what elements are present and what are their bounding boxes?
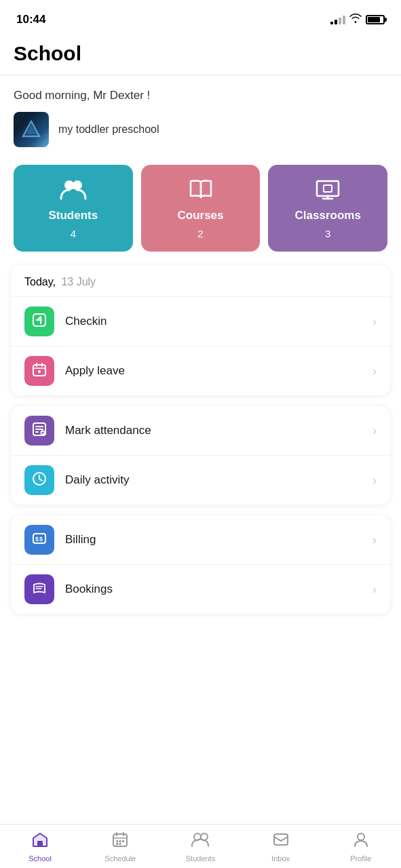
wifi-icon — [349, 14, 362, 26]
svg-rect-26 — [37, 841, 43, 846]
apply-leave-icon — [32, 362, 47, 380]
apply-leave-item[interactable]: Apply leave › — [11, 346, 390, 395]
bookings-label: Bookings — [65, 583, 373, 596]
mark-attendance-item[interactable]: Mark attendance › — [11, 406, 390, 455]
status-icons — [330, 14, 385, 26]
school-nav-icon — [31, 831, 49, 852]
bottom-nav: School Schedule — [0, 824, 401, 868]
daily-activity-chevron: › — [373, 473, 377, 488]
actions-card: Mark attendance › Daily activity › — [11, 406, 390, 505]
courses-card[interactable]: Courses 2 — [141, 165, 261, 252]
students-count: 4 — [71, 228, 76, 239]
classrooms-icon — [314, 178, 341, 203]
school-avatar — [14, 112, 49, 147]
school-name: my toddler preschool — [58, 123, 159, 136]
today-card: Today, 13 July Checkin › — [11, 265, 390, 395]
billing-icon-wrap: $ $ — [24, 525, 54, 555]
mark-attendance-icon-wrap — [24, 416, 54, 446]
svg-rect-5 — [324, 185, 332, 192]
nav-profile[interactable]: Profile — [334, 831, 388, 863]
schedule-nav-icon — [112, 831, 128, 852]
bookings-item[interactable]: Bookings › — [11, 564, 390, 614]
checkin-label: Checkin — [65, 315, 373, 328]
nav-inbox-label: Inbox — [271, 854, 290, 863]
more-card: $ $ Billing › Bookings › — [11, 515, 390, 614]
daily-activity-icon — [32, 471, 47, 490]
bookings-icon — [32, 580, 47, 599]
daily-activity-label: Daily activity — [65, 473, 373, 487]
inbox-nav-icon — [273, 831, 289, 852]
svg-rect-33 — [122, 840, 124, 842]
billing-icon: $ $ — [32, 531, 47, 549]
courses-count: 2 — [197, 228, 203, 239]
students-card[interactable]: Students 4 — [14, 165, 133, 252]
students-label: Students — [48, 209, 98, 222]
school-avatar-inner — [14, 112, 49, 147]
svg-line-22 — [39, 479, 42, 481]
battery-icon — [366, 15, 385, 24]
nav-profile-label: Profile — [350, 854, 371, 863]
nav-inbox[interactable]: Inbox — [254, 831, 308, 863]
classrooms-card[interactable]: Classrooms 3 — [268, 165, 387, 252]
daily-activity-item[interactable]: Daily activity › — [11, 455, 390, 505]
mark-attendance-chevron: › — [373, 424, 377, 438]
mark-attendance-icon — [32, 422, 47, 440]
mark-attendance-label: Mark attendance — [65, 424, 373, 437]
checkin-chevron: › — [373, 315, 377, 329]
svg-rect-31 — [116, 840, 118, 842]
svg-text:$: $ — [35, 536, 39, 542]
billing-item[interactable]: $ $ Billing › — [11, 515, 390, 564]
classrooms-label: Classrooms — [295, 209, 361, 222]
apply-leave-label: Apply leave — [65, 364, 373, 378]
nav-students-label: Students — [186, 854, 215, 863]
svg-point-39 — [358, 833, 364, 840]
nav-students[interactable]: Students — [173, 831, 227, 863]
billing-chevron: › — [373, 533, 377, 547]
main-content: Good morning, Mr Dexter ! my toddler pre… — [0, 75, 401, 706]
svg-rect-34 — [116, 843, 118, 845]
school-info: my toddler preschool — [14, 112, 387, 147]
today-date: 13 July — [61, 276, 96, 288]
nav-school-label: School — [28, 854, 52, 863]
courses-label: Courses — [177, 209, 223, 222]
courses-icon — [188, 178, 214, 203]
daily-activity-icon-wrap — [24, 465, 54, 495]
greeting-section: Good morning, Mr Dexter ! my toddler pre… — [0, 75, 401, 154]
nav-school[interactable]: School — [13, 831, 67, 863]
apply-leave-chevron: › — [373, 364, 377, 378]
greeting-text: Good morning, Mr Dexter ! — [14, 89, 387, 102]
signal-icon — [330, 15, 345, 24]
page-title: School — [14, 42, 387, 65]
profile-nav-icon — [353, 831, 369, 852]
svg-rect-38 — [274, 834, 288, 845]
card-today-header: Today, 13 July — [11, 265, 390, 296]
checkin-icon-wrap — [24, 307, 54, 336]
svg-rect-4 — [317, 181, 339, 196]
svg-rect-35 — [119, 843, 121, 845]
page-header: School — [0, 35, 401, 75]
nav-schedule[interactable]: Schedule — [93, 831, 147, 863]
bookings-chevron: › — [373, 583, 377, 597]
apply-leave-icon-wrap — [24, 356, 54, 386]
status-time: 10:44 — [16, 13, 45, 26]
today-heading: Today, — [24, 276, 56, 288]
billing-label: Billing — [65, 533, 373, 547]
students-icon — [60, 178, 87, 203]
nav-schedule-label: Schedule — [104, 854, 136, 863]
svg-text:$: $ — [39, 536, 43, 542]
checkin-item[interactable]: Checkin › — [11, 296, 390, 346]
bookings-icon-wrap — [24, 574, 54, 604]
svg-rect-32 — [119, 840, 121, 842]
checkin-icon — [32, 313, 47, 331]
students-nav-icon — [191, 831, 210, 852]
classrooms-count: 3 — [325, 228, 330, 239]
stats-grid: Students 4 Courses 2 — [0, 154, 401, 265]
status-bar: 10:44 — [0, 0, 401, 35]
